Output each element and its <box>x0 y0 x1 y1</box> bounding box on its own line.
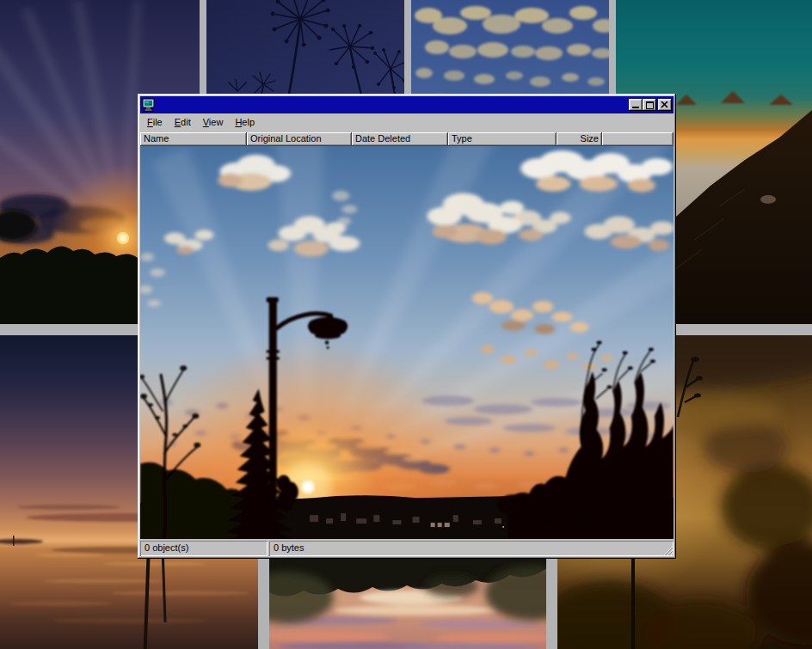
close-button[interactable] <box>658 99 672 111</box>
system-menu-computer-icon[interactable] <box>142 98 156 112</box>
column-header-blank[interactable] <box>602 132 674 146</box>
column-header-size[interactable]: Size <box>557 132 602 146</box>
status-bar: 0 object(s) 0 bytes <box>140 541 674 556</box>
close-icon <box>661 101 668 108</box>
status-object-count: 0 object(s) <box>140 541 268 556</box>
maximize-icon <box>646 101 654 109</box>
resize-grip[interactable] <box>661 544 673 555</box>
file-viewer-window: File Edit View Help Name Original Locati… <box>138 94 676 559</box>
folder-contents-view[interactable] <box>140 146 674 539</box>
sunset-streetlamp-photo <box>140 146 674 539</box>
minimize-button[interactable] <box>629 99 643 111</box>
desktop-photo-collage: { "window": { "title": "", "menu": [ {"a… <box>0 0 812 649</box>
title-bar[interactable] <box>140 96 674 113</box>
column-header-original-location[interactable]: Original Location <box>247 132 352 146</box>
column-header-date-deleted[interactable]: Date Deleted <box>352 132 448 146</box>
menu-file[interactable]: File <box>141 115 169 130</box>
menu-edit[interactable]: Edit <box>169 115 197 130</box>
column-header-type[interactable]: Type <box>448 132 557 146</box>
column-header-row: Name Original Location Date Deleted Type… <box>140 132 674 146</box>
menu-view[interactable]: View <box>197 115 230 130</box>
minimize-icon <box>632 107 639 108</box>
column-header-name[interactable]: Name <box>140 132 247 146</box>
menu-help[interactable]: Help <box>229 115 261 130</box>
status-byte-count: 0 bytes <box>269 541 674 556</box>
maximize-button[interactable] <box>643 99 656 111</box>
menu-bar: File Edit View Help <box>140 113 674 131</box>
